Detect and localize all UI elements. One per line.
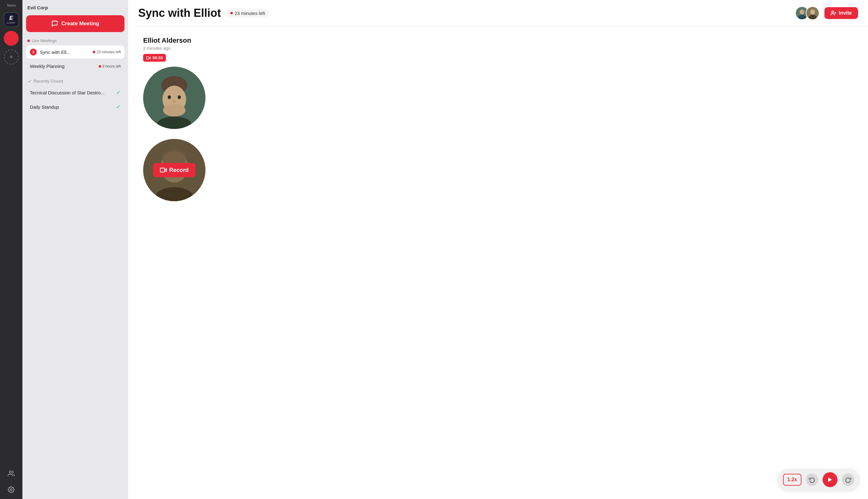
recently-closed-label: Recently Closed — [34, 79, 63, 84]
elliot-video-avatar — [143, 66, 205, 129]
invite-icon — [831, 10, 836, 16]
participant-self: Record — [143, 139, 205, 201]
org-title: Evil Corp — [26, 5, 125, 10]
svg-rect-28 — [160, 168, 165, 172]
speed-label: 1.2x — [788, 477, 797, 482]
gear-icon — [8, 486, 15, 493]
video-recording-icon — [146, 56, 151, 60]
closed-check-star: ✓ — [116, 89, 121, 96]
time-left-sync: 23 minutes left — [97, 50, 121, 54]
create-meeting-label: Create Meeting — [61, 21, 99, 27]
svg-point-18 — [173, 101, 176, 102]
meeting-title: Sync with Elliot — [138, 7, 221, 20]
time-left-badge: 23 minutes left — [226, 9, 269, 18]
create-meeting-button[interactable]: Create Meeting — [26, 15, 125, 32]
participant-elliot: Elliot Alderson 2 minutes ago 00:33 — [143, 36, 205, 129]
invite-button[interactable]: Invite — [825, 7, 858, 19]
meeting-name-weekly: Weekly Planning — [30, 63, 64, 69]
closed-name-star: Tecnical Discussion of Star Destro... — [30, 90, 104, 95]
svg-point-8 — [832, 11, 834, 13]
forward-button[interactable] — [842, 473, 854, 486]
recording-badge: 00:33 — [143, 54, 166, 62]
rewind-button[interactable] — [806, 473, 818, 486]
participant-name: Elliot Alderson — [143, 36, 205, 45]
record-overlay: Record — [143, 139, 205, 201]
time-dot-icon-weekly — [99, 65, 101, 68]
meeting-badge: 1 — [30, 49, 37, 56]
recording-timer: 00:33 — [152, 56, 163, 60]
users-icon — [8, 470, 15, 477]
play-icon — [827, 477, 833, 483]
main-header-right: Invite — [795, 6, 858, 20]
time-left-header: 23 minutes left — [235, 11, 265, 16]
elliot-face-svg — [143, 66, 205, 129]
participant-time: 2 minutes ago — [143, 46, 205, 51]
avatar-face-2 — [806, 6, 819, 20]
svg-point-16 — [168, 95, 171, 99]
teams-label: Teams — [7, 4, 15, 7]
svg-rect-12 — [147, 57, 149, 59]
closed-item-star[interactable]: Tecnical Discussion of Star Destro... ✓ — [26, 86, 125, 99]
svg-point-0 — [9, 471, 12, 473]
playback-bar: 1.2x — [778, 469, 859, 490]
meeting-item-weekly[interactable]: Weekly Planning 3 hours left — [26, 60, 125, 72]
live-meetings-label: Live Meetings — [26, 38, 125, 43]
play-button[interactable] — [822, 472, 838, 487]
settings-button[interactable] — [5, 484, 17, 495]
plus-icon: + — [9, 53, 13, 61]
svg-marker-29 — [828, 477, 832, 482]
rewind-icon — [809, 477, 815, 483]
icon-bar: Teams E CORP + — [0, 0, 22, 499]
closed-name-standup: Daily Standup — [30, 104, 59, 110]
avatars-group — [795, 6, 819, 20]
add-workspace-button[interactable]: + — [4, 50, 19, 64]
time-dot-header — [230, 12, 233, 14]
svg-point-3 — [800, 9, 805, 14]
svg-point-6 — [810, 9, 815, 14]
main-title-area: Sync with Elliot 23 minutes left — [138, 7, 269, 20]
meeting-item-left-weekly: Weekly Planning — [30, 63, 64, 69]
svg-point-1 — [10, 489, 12, 490]
forward-icon — [845, 477, 851, 483]
invite-label: Invite — [839, 10, 852, 16]
check-icon — [27, 79, 32, 84]
record-button[interactable]: Record — [153, 163, 196, 177]
recently-closed-section: Recently Closed — [26, 79, 125, 84]
time-dot-icon — [93, 51, 95, 53]
closed-item-standup[interactable]: Daily Standup ✓ — [26, 100, 125, 113]
meeting-item-sync[interactable]: 1 Sync with Ell... 23 minutes left — [26, 46, 125, 59]
live-dot-icon — [27, 39, 30, 42]
speed-button[interactable]: 1.2x — [783, 474, 801, 486]
main-video-content: Elliot Alderson 2 minutes ago 00:33 — [128, 26, 868, 499]
time-left-weekly: 3 hours left — [102, 64, 121, 69]
svg-point-17 — [178, 95, 181, 99]
record-label: Record — [169, 167, 189, 173]
sidebar: Evil Corp Create Meeting Live Meetings 1… — [22, 0, 128, 499]
avatar-person2 — [806, 6, 819, 20]
chat-icon — [51, 20, 58, 27]
main-content-area: Sync with Elliot 23 minutes left — [128, 0, 868, 499]
closed-check-standup: ✓ — [116, 104, 121, 110]
time-badge-sync: 23 minutes left — [93, 50, 121, 54]
record-video-icon — [160, 167, 167, 173]
meeting-name-sync: Sync with Ell... — [40, 50, 70, 55]
self-video-avatar: Record — [143, 139, 205, 201]
time-badge-weekly: 3 hours left — [99, 64, 121, 69]
users-button[interactable] — [5, 468, 17, 479]
main-header: Sync with Elliot 23 minutes left — [128, 0, 868, 26]
org-icon[interactable]: E CORP — [4, 12, 19, 27]
meeting-item-left: 1 Sync with Ell... — [30, 49, 70, 56]
red-dot-icon[interactable] — [4, 31, 19, 46]
svg-point-19 — [163, 104, 186, 117]
